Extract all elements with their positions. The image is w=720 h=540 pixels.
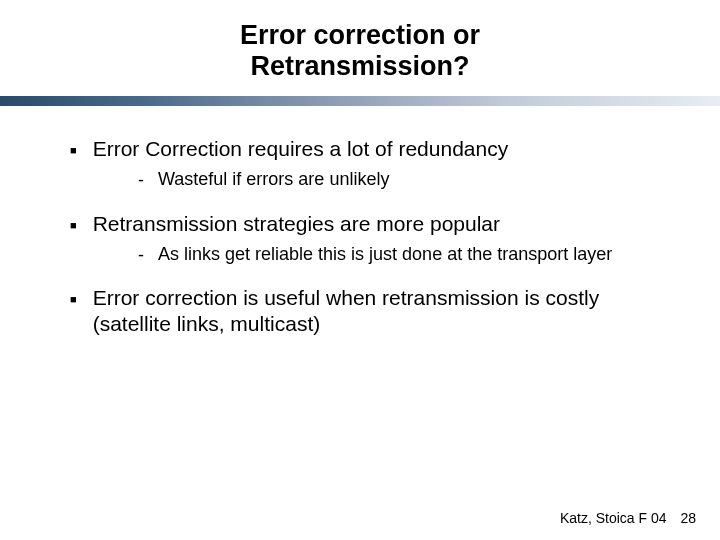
- sub-list: - As links get reliable this is just don…: [138, 243, 670, 267]
- page-number: 28: [680, 510, 696, 526]
- sub-text: Wasteful if errors are unlikely: [158, 168, 670, 191]
- dash-bullet-icon: -: [138, 243, 144, 267]
- sub-list: - Wasteful if errors are unlikely: [138, 168, 670, 192]
- square-bullet-icon: ■: [70, 144, 77, 156]
- sub-text: As links get reliable this is just done …: [158, 243, 670, 266]
- slide-title: Error correction or Retransmission?: [0, 20, 720, 82]
- bullet-item: ■ Retransmission strategies are more pop…: [70, 211, 670, 237]
- bullet-text: Error correction is useful when retransm…: [93, 285, 670, 338]
- square-bullet-icon: ■: [70, 219, 77, 231]
- divider-bar: [0, 96, 720, 106]
- bullet-item: ■ Error Correction requires a lot of red…: [70, 136, 670, 162]
- title-line-2: Retransmission?: [250, 51, 469, 81]
- sub-item: - As links get reliable this is just don…: [138, 243, 670, 267]
- title-line-1: Error correction or: [240, 20, 480, 50]
- dash-bullet-icon: -: [138, 168, 144, 192]
- slide: Error correction or Retransmission? ■ Er…: [0, 0, 720, 540]
- bullet-text: Retransmission strategies are more popul…: [93, 211, 670, 237]
- square-bullet-icon: ■: [70, 293, 77, 305]
- content-area: ■ Error Correction requires a lot of red…: [0, 106, 720, 338]
- footer-author: Katz, Stoica F 04: [560, 510, 667, 526]
- bullet-item: ■ Error correction is useful when retran…: [70, 285, 670, 338]
- footer: Katz, Stoica F 04 28: [560, 510, 696, 526]
- bullet-text: Error Correction requires a lot of redun…: [93, 136, 670, 162]
- sub-item: - Wasteful if errors are unlikely: [138, 168, 670, 192]
